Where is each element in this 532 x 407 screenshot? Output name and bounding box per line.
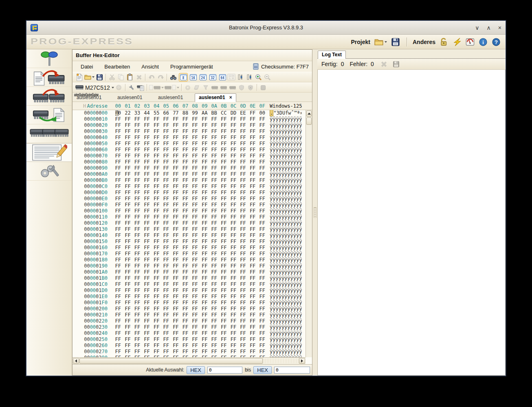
menu-datei[interactable]: Datei — [81, 64, 93, 70]
write-chip-button[interactable] — [149, 83, 164, 92]
view-width-8-button[interactable]: 8 — [179, 73, 188, 82]
tab-close-icon[interactable]: × — [229, 94, 232, 102]
unlock-button[interactable] — [439, 37, 449, 47]
scroll-up-button[interactable] — [306, 111, 312, 117]
view-width-64-button[interactable]: 64 — [218, 73, 227, 82]
device-info-button[interactable] — [136, 83, 145, 92]
view-width-24-button[interactable]: 24 — [198, 73, 207, 82]
identify-button[interactable] — [183, 83, 192, 92]
hex-row[interactable]: 00000010FFFFFFFFFFFFFFFFFFFFFFFFFFFFFFFF… — [77, 116, 312, 122]
hex-row[interactable]: 000000A0FFFFFFFFFFFFFFFFFFFFFFFFFFFFFFFF… — [77, 171, 312, 177]
open-file-button[interactable] — [84, 73, 95, 82]
hex-row[interactable]: 00000160FFFFFFFFFFFFFFFFFFFFFFFFFFFFFFFF… — [77, 245, 312, 251]
device-select-button[interactable]: M27C512 — [75, 83, 114, 92]
undo-button[interactable] — [147, 73, 156, 82]
hex-row[interactable]: 00000080FFFFFFFFFFFFFFFFFFFFFFFFFFFFFFFF… — [77, 159, 312, 165]
menu-programmiergerät[interactable]: Programmiergerät — [170, 64, 213, 70]
hex-row[interactable]: 00000060FFFFFFFFFFFFFFFFFFFFFFFFFFFFFFFF… — [77, 147, 312, 153]
delete-button[interactable] — [134, 73, 143, 82]
hex-row[interactable]: 00000220FFFFFFFFFFFFFFFFFFFFFFFFFFFFFFFF… — [77, 318, 312, 324]
device-options-button[interactable] — [127, 83, 136, 92]
hex-row[interactable]: 00000270FFFFFFFFFFFFFFFFFFFFFFFFFFFFFFFF… — [77, 349, 312, 355]
hex-row[interactable]: 00000000002233445566778899AABBCCDDEEFF00… — [77, 110, 312, 116]
close-button[interactable]: × — [498, 25, 501, 31]
hex-row[interactable]: 00000140FFFFFFFFFFFFFFFFFFFFFFFFFFFFFFFF… — [77, 232, 312, 239]
view-width-16-button[interactable]: 16 — [189, 73, 198, 82]
clear-log-button[interactable] — [380, 60, 389, 69]
titlebar[interactable]: Batronix Prog-Express V3.8.9.3 ∨ ∧ × — [26, 21, 506, 35]
hex-row[interactable]: 000000C0FFFFFFFFFFFFFFFFFFFFFFFFFFFFFFFF… — [77, 184, 312, 190]
project-save-button[interactable] — [390, 37, 401, 47]
maximize-button[interactable]: ∧ — [487, 25, 491, 31]
sidebar-item-copy-chip[interactable] — [26, 87, 72, 106]
hex-rows-area[interactable]: 00000000002233445566778899AABBCCDDEEFF00… — [73, 110, 312, 357]
horizontal-scroll-thumb[interactable] — [79, 358, 263, 364]
hex-row[interactable]: 000001A0FFFFFFFFFFFFFFFFFFFFFFFFFFFFFFFF… — [77, 269, 312, 275]
hex-row[interactable]: 00000100FFFFFFFFFFFFFFFFFFFFFFFFFFFFFFFF… — [77, 208, 312, 214]
hex-row[interactable]: 000001F0FFFFFFFFFFFFFFFFFFFFFFFFFFFFFFFF… — [77, 300, 312, 306]
hex-row[interactable]: 00000180FFFFFFFFFFFFFFFFFFFFFFFFFFFFFFFF… — [77, 257, 312, 263]
help-button[interactable]: ? — [491, 37, 501, 47]
hex-row[interactable]: 000001C0FFFFFFFFFFFFFFFFFFFFFFFFFFFFFFFF… — [77, 281, 312, 288]
save-log-button[interactable] — [392, 60, 401, 69]
new-buffer-button[interactable] — [75, 73, 84, 82]
menu-bearbeiten[interactable]: Bearbeiten — [104, 64, 130, 70]
minimize-button[interactable]: ∨ — [475, 25, 479, 31]
scroll-left-button[interactable] — [73, 358, 79, 364]
scroll-right-button[interactable] — [299, 358, 305, 364]
menu-ansicht[interactable]: Ansicht — [141, 64, 159, 70]
diagnostics-button[interactable] — [465, 37, 475, 47]
read-chip-button[interactable] — [164, 83, 180, 92]
hex-row[interactable]: 00000020FFFFFFFFFFFFFFFFFFFFFFFFFFFFFFFF… — [77, 122, 312, 128]
tab-buffer-2[interactable]: auslesen01 — [154, 94, 195, 102]
stop-button[interactable] — [259, 83, 268, 92]
sidebar-item-read-chip[interactable] — [26, 106, 72, 124]
hex-row[interactable]: 00000030FFFFFFFFFFFFFFFFFFFFFFFFFFFFFFFF… — [77, 128, 312, 135]
copy-button[interactable] — [117, 73, 125, 82]
paste-button[interactable] — [125, 73, 134, 82]
hex-row[interactable]: 000001E0FFFFFFFFFFFFFFFFFFFFFFFFFFFFFFFF… — [77, 294, 312, 300]
tab-log-text[interactable]: Log Text — [318, 51, 346, 59]
hex-row[interactable]: 00000130FFFFFFFFFFFFFFFFFFFFFFFFFFFFFFFF… — [77, 226, 312, 232]
sidebar-item-start[interactable] — [26, 49, 72, 68]
tab-buffer-3[interactable]: auslesen01× — [195, 93, 236, 102]
hex-row[interactable]: 000001D0FFFFFFFFFFFFFFFFFFFFFFFFFFFFFFFF… — [77, 288, 312, 294]
hex-row[interactable]: 00000090FFFFFFFFFFFFFFFFFFFFFFFFFFFFFFFF… — [77, 165, 312, 171]
hex-row[interactable]: 000001B0FFFFFFFFFFFFFFFFFFFFFFFFFFFFFFFF… — [77, 275, 312, 281]
view-1234lh-button[interactable]: 1234L H — [227, 73, 236, 82]
hex-row[interactable]: 00000170FFFFFFFFFFFFFFFFFFFFFFFFFFFFFFFF… — [77, 251, 312, 257]
zoom-out-button[interactable] — [263, 73, 272, 82]
sidebar-item-hex-editor[interactable] — [26, 143, 72, 162]
save-file-button[interactable] — [95, 73, 104, 82]
selftest-button[interactable] — [452, 37, 462, 47]
hex-row[interactable]: 00000110FFFFFFFFFFFFFFFFFFFFFFFFFFFFFFFF… — [77, 214, 312, 220]
hex-row[interactable]: 000000F0FFFFFFFFFFFFFFFFFFFFFFFFFFFFFFFF… — [77, 202, 312, 208]
sidebar-item-multi-program[interactable] — [26, 124, 72, 143]
program-button[interactable] — [210, 83, 219, 92]
info-button[interactable]: i — [478, 37, 488, 47]
hex-row[interactable]: 00000120FFFFFFFFFFFFFFFFFFFFFFFFFFFFFFFF… — [77, 220, 312, 226]
vertical-scrollbar[interactable] — [306, 110, 312, 357]
cut-button[interactable] — [108, 73, 117, 82]
hex-row[interactable]: 000000B0FFFFFFFFFFFFFFFFFFFFFFFFFFFFFFFF… — [77, 177, 312, 184]
redo-button[interactable] — [156, 73, 165, 82]
search-button[interactable] — [169, 73, 178, 82]
vertical-scroll-thumb[interactable] — [306, 117, 312, 125]
verify-button[interactable] — [219, 83, 228, 92]
tab-buffer-0[interactable]: auslesen01 — [73, 94, 113, 102]
unprotect-button[interactable] — [246, 83, 255, 92]
selection-from-input[interactable] — [207, 367, 242, 374]
hex-row[interactable]: 000000E0FFFFFFFFFFFFFFFFFFFFFFFFFFFFFFFF… — [77, 196, 312, 202]
project-open-button[interactable] — [374, 37, 388, 47]
blank-check-button[interactable] — [201, 83, 210, 92]
log-output[interactable] — [317, 70, 506, 376]
zoom-in-button[interactable] — [254, 73, 263, 82]
hex-row[interactable]: 00000240FFFFFFFFFFFFFFFFFFFFFFFFFFFFFFFF… — [77, 330, 312, 336]
sidebar-item-write-file-to-chip[interactable] — [26, 68, 72, 87]
hex-row[interactable]: 00000230FFFFFFFFFFFFFFFFFFFFFFFFFFFFFFFF… — [77, 324, 312, 330]
hex-row[interactable]: 00000050FFFFFFFFFFFFFFFFFFFFFFFFFFFFFFFF… — [77, 141, 312, 147]
hex-row[interactable]: 00000040FFFFFFFFFFFFFFFFFFFFFFFFFFFFFFFF… — [77, 135, 312, 141]
hex-row[interactable]: 00000070FFFFFFFFFFFFFFFFFFFFFFFFFFFFFFFF… — [77, 153, 312, 159]
hex-row[interactable]: 00000150FFFFFFFFFFFFFFFFFFFFFFFFFFFFFFFF… — [77, 239, 312, 245]
panel-splitter[interactable] — [312, 49, 317, 376]
